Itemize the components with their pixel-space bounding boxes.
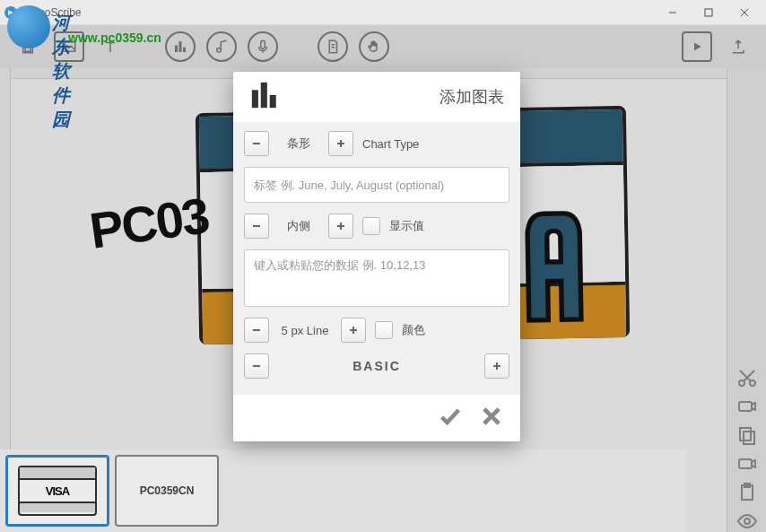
show-values-label: 显示值 bbox=[389, 218, 424, 234]
svg-rect-30 bbox=[252, 90, 258, 108]
line-width-inc-button[interactable] bbox=[341, 318, 366, 343]
cancel-button[interactable] bbox=[479, 404, 504, 432]
labels-input[interactable] bbox=[244, 167, 509, 203]
svg-rect-31 bbox=[261, 83, 267, 108]
confirm-button[interactable] bbox=[438, 404, 463, 432]
chart-dialog-icon bbox=[249, 80, 280, 114]
chart-type-prev-button[interactable] bbox=[244, 131, 269, 156]
style-prev-button[interactable] bbox=[244, 353, 269, 379]
line-width-dec-button[interactable] bbox=[244, 318, 269, 343]
values-pos-prev-button[interactable] bbox=[244, 214, 269, 239]
color-label: 颜色 bbox=[402, 322, 425, 338]
chart-type-next-button[interactable] bbox=[328, 131, 353, 156]
svg-rect-32 bbox=[270, 95, 276, 108]
style-next-button[interactable] bbox=[484, 353, 509, 379]
values-pos-value: 内侧 bbox=[278, 218, 319, 234]
show-values-checkbox[interactable] bbox=[362, 217, 380, 235]
values-pos-next-button[interactable] bbox=[328, 214, 353, 239]
data-textarea[interactable] bbox=[244, 249, 509, 307]
style-label: BASIC bbox=[278, 359, 475, 373]
chart-type-label: Chart Type bbox=[362, 137, 419, 151]
add-chart-dialog: 添加图表 条形 Chart Type 内侧 显示值 5 px Line 颜色 B… bbox=[233, 72, 520, 441]
dialog-title: 添加图表 bbox=[440, 86, 504, 108]
chart-type-value: 条形 bbox=[278, 135, 319, 152]
line-width-label: 5 px Line bbox=[278, 324, 332, 337]
color-swatch[interactable] bbox=[375, 321, 393, 339]
